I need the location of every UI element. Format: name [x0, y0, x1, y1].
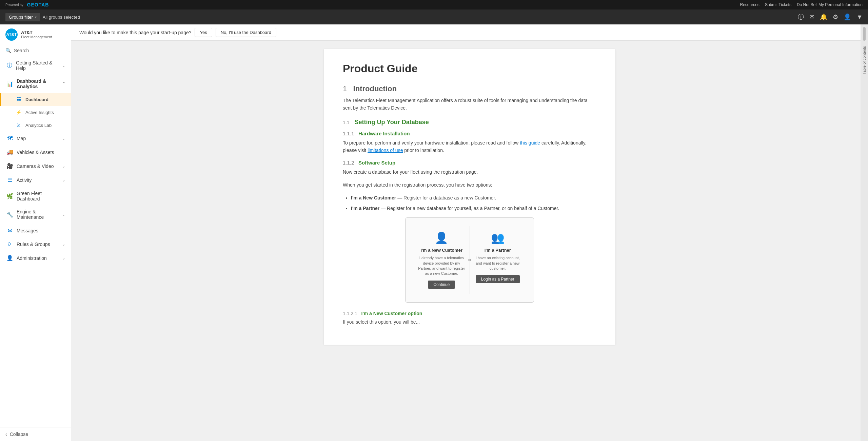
sidebar-item-administration[interactable]: 👤 Administration ⌄ — [0, 251, 71, 265]
collapse-button[interactable]: ‹ Collapse — [0, 427, 71, 441]
chevron-down-icon: ⌄ — [62, 256, 65, 261]
doc-card: Product Guide 1 Introduction The Telemat… — [324, 49, 615, 345]
partner-title: I'm a Partner — [485, 248, 511, 253]
video-icon: 🎥 — [6, 163, 13, 169]
chevron-down-icon: ⌄ — [62, 212, 65, 217]
body-pre: To prepare for, perform and verify your … — [343, 140, 520, 146]
doc-title: Product Guide — [343, 62, 596, 75]
search-icon: 🔍 — [5, 48, 11, 53]
section-1-1-1-body: To prepare for, perform and verify your … — [343, 139, 596, 154]
sidebar-item-label: Activity — [17, 177, 32, 183]
yes-button[interactable]: Yes — [195, 28, 212, 37]
sidebar-item-messages[interactable]: ✉ Messages — [0, 224, 71, 237]
powered-by-text: Powered by GEOTAB — [5, 2, 49, 7]
toc-panel: Table of contents — [861, 41, 868, 441]
nav-bar-left: Groups filter ▾ All groups selected — [5, 13, 80, 21]
section-1-label: Introduction — [353, 84, 397, 93]
top-bar: Powered by GEOTAB Resources Submit Ticke… — [0, 0, 868, 9]
resources-link[interactable]: Resources — [740, 2, 760, 7]
sidebar-item-dashboard-analytics[interactable]: 📊 Dashboard & Analytics ⌃ — [0, 75, 71, 93]
sidebar-item-getting-started[interactable]: ⓘ Getting Started & Help ⌄ — [0, 56, 71, 75]
sidebar: AT&T AT&T Fleet Management 🔍 Search ⓘ Ge… — [0, 24, 71, 441]
nav-bar: Groups filter ▾ All groups selected ⓘ ✉ … — [0, 9, 868, 24]
limitations-link[interactable]: limitations of use — [368, 148, 403, 153]
sidebar-nav: ⓘ Getting Started & Help ⌄ 📊 Dashboard &… — [0, 56, 71, 427]
option-new-customer-bold: I'm a New Customer — [351, 195, 396, 200]
sidebar-item-label: Active Insights — [25, 110, 54, 115]
all-groups-text: All groups selected — [43, 15, 80, 20]
sidebar-item-map[interactable]: 🗺 Map ⌄ — [0, 132, 71, 145]
option-partner-bold: I'm a Partner — [351, 206, 379, 211]
sidebar-item-vehicles-assets[interactable]: 🚚 Vehicles & Assets — [0, 145, 71, 159]
sidebar-item-dashboard[interactable]: ☷ Dashboard — [0, 93, 71, 106]
sidebar-item-green-fleet[interactable]: 🌿 Green Fleet Dashboard — [0, 187, 71, 205]
no-button[interactable]: No, I'll use the Dashboard — [216, 28, 276, 37]
section-1-1-2-label: Software Setup — [358, 160, 395, 166]
partner-icon: 👥 — [491, 231, 505, 244]
collapse-label: Collapse — [10, 432, 28, 437]
chevron-down-icon: ⌄ — [62, 164, 65, 169]
doc-section-1-1-heading: 1.1 Setting Up Your Database — [343, 119, 596, 126]
user-gear-icon: 👤 — [6, 255, 13, 261]
nav-bar-right: ⓘ ✉ 🔔 ⚙ 👤 ▼ — [798, 13, 863, 21]
do-not-sell-link[interactable]: Do Not Sell My Personal Information — [797, 2, 863, 7]
doc-section-1-1-2-1-heading: 1.1.2.1 I'm a New Customer option — [343, 311, 596, 316]
section-1-1-2-1-body: If you select this option, you will be..… — [343, 318, 596, 326]
submit-tickets-link[interactable]: Submit Tickets — [765, 2, 791, 7]
mail-icon[interactable]: ✉ — [809, 13, 814, 21]
account-dropdown-arrow[interactable]: ▼ — [856, 14, 863, 21]
sliders-icon: ⛭ — [6, 241, 13, 247]
section-1-1-2-body1: Now create a database for your fleet usi… — [343, 168, 596, 176]
sidebar-item-rules-groups[interactable]: ⛭ Rules & Groups ⌄ — [0, 237, 71, 251]
sidebar-item-label: Map — [17, 136, 26, 141]
sidebar-search-row[interactable]: 🔍 Search — [0, 45, 71, 56]
chevron-down-icon: ⌄ — [62, 178, 65, 183]
continue-button[interactable]: Continue — [428, 281, 455, 289]
this-guide-link[interactable]: this guide — [520, 140, 540, 146]
doc-wrapper[interactable]: Table of contents Product Guide 1 Introd… — [71, 41, 868, 441]
section-1-1-1-num: 1.1.1 — [343, 131, 354, 136]
sidebar-item-activity[interactable]: ☰ Activity ⌄ — [0, 173, 71, 187]
login-as-partner-button[interactable]: Login as a Partner — [476, 275, 520, 283]
settings-icon[interactable]: ⚙ — [833, 13, 838, 21]
bell-icon[interactable]: 🔔 — [820, 13, 827, 21]
groups-filter-label: Groups filter — [9, 15, 33, 20]
user-icon[interactable]: 👤 — [844, 13, 851, 21]
truck-icon: 🚚 — [6, 149, 13, 155]
option-new-customer-rest: — Register for a database as a new Custo… — [396, 195, 496, 200]
geotab-logo: GEOTAB — [27, 2, 49, 7]
chevron-up-icon: ⌃ — [62, 81, 65, 86]
section-1-1-2-1-label: I'm a New Customer option — [361, 311, 422, 316]
option-partner: I'm a Partner — Register for a new datab… — [351, 205, 596, 212]
sidebar-header: AT&T AT&T Fleet Management — [0, 24, 71, 45]
section-1-1-num: 1.1 — [343, 120, 349, 125]
list-icon: ☰ — [6, 177, 13, 183]
section-1-1-2-num: 1.1.2 — [343, 160, 354, 166]
brand-sub: Fleet Management — [21, 35, 52, 39]
chevron-down-icon: ⌄ — [62, 242, 65, 247]
section-1-num: 1 — [343, 84, 347, 93]
sidebar-item-label: Getting Started & Help — [16, 60, 59, 71]
sidebar-item-active-insights[interactable]: ⚡ Active Insights — [0, 106, 71, 119]
help-icon[interactable]: ⓘ — [798, 13, 804, 21]
section-1-1-1-label: Hardware Installation — [358, 131, 410, 136]
content-area: Would you like to make this page your st… — [71, 24, 868, 441]
sidebar-item-engine-maintenance[interactable]: 🔧 Engine & Maintenance ⌄ — [0, 205, 71, 224]
sidebar-item-analytics-lab[interactable]: ⚔ Analytics Lab — [0, 119, 71, 132]
section-1-1-label: Setting Up Your Database — [354, 119, 429, 126]
option-new-customer: I'm a New Customer — Register for a data… — [351, 194, 596, 202]
new-customer-icon: 👤 — [435, 231, 448, 244]
new-customer-desc: I already have a telematics device provi… — [418, 255, 466, 276]
startup-bar: Would you like to make this page your st… — [71, 24, 868, 41]
chevron-down-icon: ⌄ — [62, 63, 65, 68]
sidebar-item-label: Administration — [17, 255, 47, 261]
chevron-down-icon: ⌄ — [62, 136, 65, 141]
section-1-body: The Telematics Fleet Management Applicat… — [343, 97, 596, 112]
section-1-1-2-1-num: 1.1.2.1 — [343, 311, 357, 316]
wrench-icon: 🔧 — [6, 211, 13, 218]
doc-section-1-1-2-heading: 1.1.2 Software Setup — [343, 160, 596, 166]
chart-bar-icon: 📊 — [6, 81, 13, 87]
sidebar-item-cameras-video[interactable]: 🎥 Cameras & Video ⌄ — [0, 159, 71, 173]
groups-filter-button[interactable]: Groups filter ▾ — [5, 13, 40, 21]
new-customer-option: 👤 I'm a New Customer I already have a te… — [414, 226, 470, 294]
